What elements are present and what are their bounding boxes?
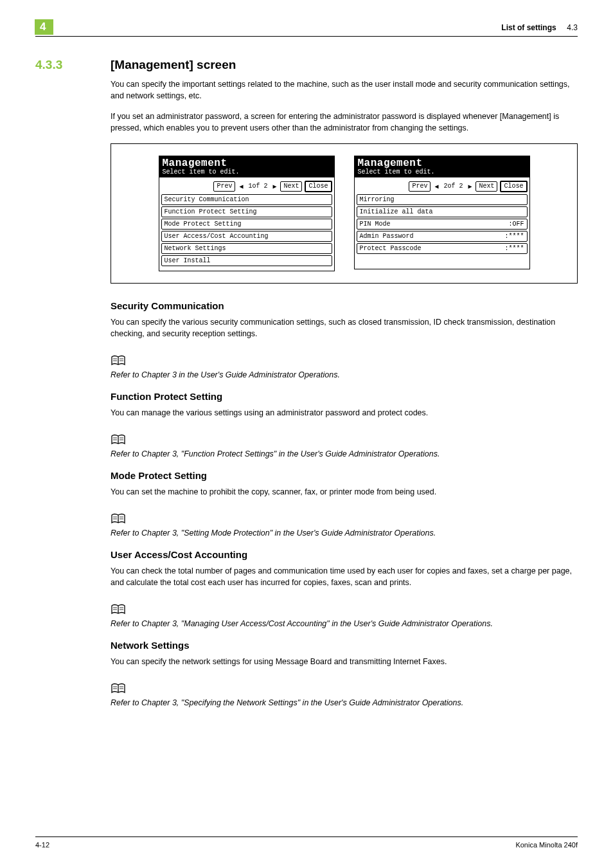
subheading-security-communication: Security Communication bbox=[111, 300, 578, 311]
book-icon bbox=[111, 513, 126, 525]
menu-item-mirroring[interactable]: Mirroring bbox=[357, 194, 528, 205]
reference-text: Refer to Chapter 3 in the User's Guide A… bbox=[111, 370, 578, 379]
header-label: List of settings bbox=[501, 23, 556, 32]
screenshot-container: Management Select item to edit. Prev ◀ 1… bbox=[111, 143, 578, 284]
prev-button[interactable]: Prev bbox=[409, 181, 431, 192]
reference-text: Refer to Chapter 3, "Function Protect Se… bbox=[111, 449, 578, 458]
prev-arrow-icon: ◀ bbox=[238, 183, 244, 190]
pager: Prev ◀ 2of 2 ▶ Next Close bbox=[357, 181, 528, 192]
screen-title: Management bbox=[358, 158, 526, 168]
menu-item-user-access[interactable]: User Access/Cost Accounting bbox=[161, 231, 332, 242]
subheading-user-access: User Access/Cost Accounting bbox=[111, 549, 578, 560]
menu-item-pin-mode[interactable]: PIN Mode:OFF bbox=[357, 219, 528, 230]
page-indicator: 2of 2 bbox=[442, 183, 464, 190]
book-icon bbox=[111, 683, 126, 694]
subheading-mode-protect: Mode Protect Setting bbox=[111, 470, 578, 481]
intro-paragraph-2: If you set an administrator password, a … bbox=[111, 111, 578, 134]
sub-body: You can set the machine to prohibit the … bbox=[111, 486, 578, 498]
menu-item-protect-passcode[interactable]: Protect Passcode:**** bbox=[357, 243, 528, 254]
management-screen-page1: Management Select item to edit. Prev ◀ 1… bbox=[159, 156, 335, 271]
subheading-function-protect: Function Protect Setting bbox=[111, 391, 578, 402]
screen-subtitle: Select item to edit. bbox=[163, 168, 331, 176]
menu-item-function-protect[interactable]: Function Protect Setting bbox=[161, 206, 332, 217]
menu-item-security-communication[interactable]: Security Communication bbox=[161, 194, 332, 205]
chapter-number: 4 bbox=[35, 19, 53, 35]
page-footer: 4-12 Konica Minolta 240f bbox=[35, 836, 578, 849]
sub-body: You can specify the network settings for… bbox=[111, 656, 578, 667]
menu-item-user-install[interactable]: User Install bbox=[161, 255, 332, 266]
header-section-number: 4.3 bbox=[567, 23, 578, 32]
menu-item-admin-password[interactable]: Admin Password:**** bbox=[357, 231, 528, 242]
reference-text: Refer to Chapter 3, "Setting Mode Protec… bbox=[111, 529, 578, 538]
empty-row bbox=[357, 255, 528, 266]
management-screen-page2: Management Select item to edit. Prev ◀ 2… bbox=[354, 156, 530, 271]
pager: Prev ◀ 1of 2 ▶ Next Close bbox=[161, 181, 332, 192]
reference-text: Refer to Chapter 3, "Managing User Acces… bbox=[111, 619, 578, 628]
page-indicator: 1of 2 bbox=[247, 183, 269, 190]
section-number: 4.3.3 bbox=[35, 58, 111, 72]
screen-header: Management Select item to edit. bbox=[159, 156, 335, 177]
page-header-right: List of settings 4.3 bbox=[501, 23, 578, 32]
next-arrow-icon: ▶ bbox=[271, 183, 278, 190]
book-icon bbox=[111, 434, 126, 446]
sub-body: You can specify the various security com… bbox=[111, 316, 578, 339]
subheading-network-settings: Network Settings bbox=[111, 640, 578, 651]
next-button[interactable]: Next bbox=[475, 181, 497, 192]
screen-title: Management bbox=[163, 158, 331, 168]
next-button[interactable]: Next bbox=[280, 181, 302, 192]
book-icon bbox=[111, 604, 126, 615]
next-arrow-icon: ▶ bbox=[466, 183, 473, 190]
menu-item-network-settings[interactable]: Network Settings bbox=[161, 243, 332, 254]
prev-arrow-icon: ◀ bbox=[433, 183, 440, 190]
close-button[interactable]: Close bbox=[500, 181, 527, 192]
sub-body: You can manage the various settings usin… bbox=[111, 407, 578, 419]
section-title: [Management] screen bbox=[111, 58, 236, 72]
menu-item-initialize[interactable]: Initialize all data bbox=[357, 206, 528, 217]
chapter-marker: 4 bbox=[35, 19, 53, 35]
page-number: 4-12 bbox=[35, 841, 49, 849]
intro-paragraph-1: You can specify the important settings r… bbox=[111, 78, 578, 102]
menu-item-mode-protect[interactable]: Mode Protect Setting bbox=[161, 219, 332, 230]
product-name: Konica Minolta 240f bbox=[515, 841, 578, 849]
book-icon bbox=[111, 355, 126, 366]
screen-subtitle: Select item to edit. bbox=[358, 168, 526, 176]
close-button[interactable]: Close bbox=[305, 181, 332, 192]
prev-button[interactable]: Prev bbox=[213, 181, 235, 192]
reference-text: Refer to Chapter 3, "Specifying the Netw… bbox=[111, 698, 578, 707]
screen-header: Management Select item to edit. bbox=[354, 156, 530, 177]
header-rule bbox=[35, 36, 578, 37]
sub-body: You can check the total number of pages … bbox=[111, 565, 578, 588]
